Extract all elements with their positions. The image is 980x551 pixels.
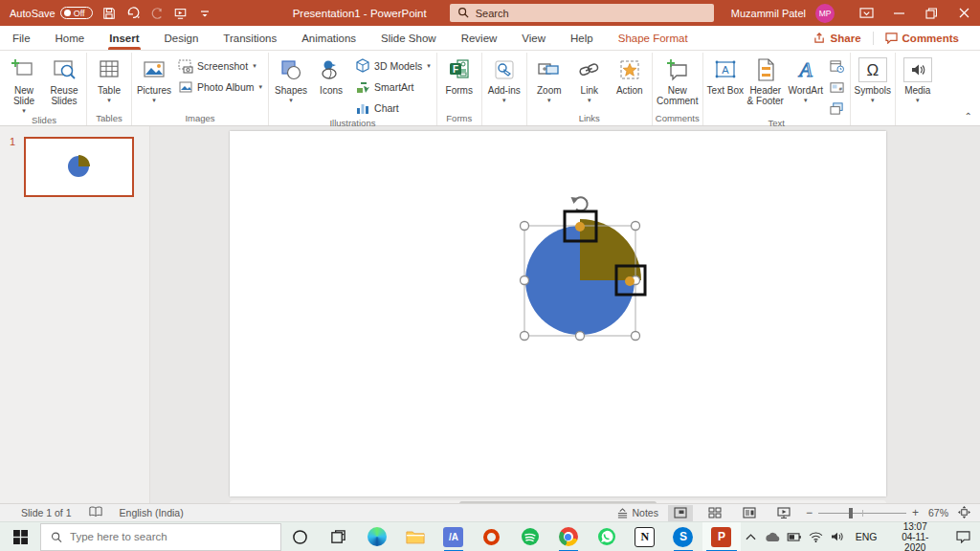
action-button[interactable]: Action: [611, 55, 649, 96]
tab-insert[interactable]: Insert: [97, 26, 151, 50]
tab-slide-show[interactable]: Slide Show: [368, 26, 449, 50]
object-button[interactable]: [827, 99, 847, 118]
new-slide-icon: [11, 57, 36, 82]
header-footer-button[interactable]: Header & Footer: [746, 55, 785, 106]
symbols-button[interactable]: Ω Symbols▾: [854, 55, 892, 103]
edge-icon[interactable]: [358, 522, 396, 551]
volume-icon[interactable]: [828, 522, 848, 551]
media-button[interactable]: Media▾: [899, 55, 937, 103]
slide-canvas[interactable]: [230, 131, 886, 496]
chart-icon: [355, 100, 370, 116]
shapes-button[interactable]: Shapes▾: [272, 55, 310, 103]
fit-slide-icon[interactable]: [958, 506, 970, 520]
notes-icon: [616, 508, 629, 518]
clock[interactable]: 13:07 04-11-2020: [884, 521, 946, 551]
chart-button[interactable]: Chart: [352, 99, 434, 118]
tab-home[interactable]: Home: [43, 26, 98, 50]
share-button[interactable]: Share: [806, 31, 869, 46]
user-name[interactable]: Muzammil Patel: [731, 8, 806, 19]
start-from-beginning-icon[interactable]: [173, 6, 189, 21]
file-explorer-icon[interactable]: [396, 522, 434, 551]
forms-button[interactable]: F Forms: [440, 55, 479, 96]
rotate-handle-icon[interactable]: [571, 197, 588, 210]
ribbon-group-links: Zoom▾ Link▾ Action Links: [527, 53, 653, 125]
date-time-button[interactable]: [827, 56, 847, 76]
chrome-icon[interactable]: [549, 522, 588, 551]
search-input[interactable]: [476, 8, 706, 19]
pictures-button[interactable]: Pictures▾: [135, 55, 173, 103]
ribbon: New Slide▾ Reuse Slides Slides Table▾ Ta…: [0, 51, 980, 126]
collapse-ribbon-icon[interactable]: ⌃: [965, 111, 972, 121]
autosave-toggle[interactable]: AutoSave Off: [10, 7, 93, 19]
smartart-button[interactable]: SmartArt: [352, 77, 434, 97]
undo-icon[interactable]: [125, 6, 141, 21]
text-box-button[interactable]: A Text Box: [706, 55, 745, 96]
reuse-slides-button[interactable]: Reuse Slides: [45, 55, 83, 106]
ribbon-search-box[interactable]: [450, 4, 714, 22]
tab-file[interactable]: File: [0, 26, 43, 50]
wordart-button[interactable]: A WordArt▾: [787, 55, 825, 103]
comments-button[interactable]: Comments: [878, 31, 967, 46]
adjust-handle-right[interactable]: [625, 276, 635, 286]
zoom-slider-thumb[interactable]: [849, 508, 853, 518]
taskbar-search-input[interactable]: [70, 531, 271, 542]
slide-thumbnail[interactable]: [24, 137, 134, 197]
tray-chevron-icon[interactable]: [741, 522, 761, 551]
zoom-button[interactable]: Zoom▾: [530, 55, 568, 103]
action-center-icon[interactable]: [947, 522, 980, 551]
zoom-slider[interactable]: − +: [806, 506, 919, 519]
autosave-switch-icon[interactable]: Off: [60, 7, 93, 19]
customize-quick-access-icon[interactable]: [197, 6, 212, 21]
3d-models-button[interactable]: 3D Models▾: [352, 56, 434, 76]
close-button[interactable]: [947, 0, 980, 26]
tab-design[interactable]: Design: [152, 26, 212, 50]
spellcheck-book-icon[interactable]: [89, 506, 102, 519]
notes-button[interactable]: Notes: [616, 507, 658, 518]
icons-button[interactable]: Icons: [312, 55, 350, 96]
skype-icon[interactable]: S: [664, 522, 702, 551]
video-editor-app-icon[interactable]: /A: [434, 522, 473, 551]
link-button[interactable]: Link▾: [570, 55, 609, 103]
office-icon[interactable]: [473, 522, 511, 551]
new-comment-button[interactable]: New Comment: [656, 55, 700, 106]
tab-help[interactable]: Help: [558, 26, 606, 50]
photo-album-button[interactable]: Photo Album▾: [175, 77, 265, 97]
restore-button[interactable]: [915, 0, 947, 26]
table-button[interactable]: Table▾: [90, 55, 128, 103]
new-slide-button[interactable]: New Slide▾: [5, 55, 43, 114]
cortana-icon[interactable]: [281, 522, 320, 551]
tab-animations[interactable]: Animations: [289, 26, 368, 50]
whatsapp-icon[interactable]: [588, 522, 626, 551]
tab-transitions[interactable]: Transitions: [211, 26, 289, 50]
slideshow-view-button[interactable]: [771, 505, 796, 521]
tab-view[interactable]: View: [509, 26, 558, 50]
tab-shape-format[interactable]: Shape Format: [606, 26, 701, 50]
onedrive-cloud-icon[interactable]: [763, 522, 783, 551]
notion-icon[interactable]: N: [626, 522, 664, 551]
ribbon-display-options-icon[interactable]: [850, 0, 882, 26]
taskbar-search-box[interactable]: [40, 523, 281, 551]
start-button[interactable]: [0, 522, 40, 551]
powerpoint-icon[interactable]: P: [702, 522, 741, 551]
wifi-icon[interactable]: [806, 522, 826, 551]
language-indicator[interactable]: ENG: [850, 531, 883, 542]
redo-icon[interactable]: [149, 6, 165, 21]
add-ins-button[interactable]: Add-ins▾: [485, 55, 523, 103]
normal-view-button[interactable]: [668, 505, 693, 521]
zoom-out-icon[interactable]: −: [806, 506, 813, 519]
screenshot-button[interactable]: Screenshot▾: [175, 56, 265, 76]
zoom-level-label[interactable]: 67%: [928, 507, 948, 518]
reading-view-button[interactable]: [737, 505, 762, 521]
task-view-icon[interactable]: [320, 522, 358, 551]
slide-number-button[interactable]: #: [827, 77, 847, 97]
avatar[interactable]: MP: [815, 4, 835, 23]
tab-review[interactable]: Review: [449, 26, 510, 50]
slide-sorter-view-button[interactable]: [702, 505, 727, 521]
spotify-icon[interactable]: [511, 522, 549, 551]
zoom-in-icon[interactable]: +: [912, 506, 919, 519]
battery-icon[interactable]: [784, 522, 804, 551]
minimize-button[interactable]: [882, 0, 915, 26]
save-icon[interactable]: [101, 6, 117, 21]
adjust-handle-top[interactable]: [575, 222, 585, 231]
language-label[interactable]: English (India): [120, 507, 184, 518]
